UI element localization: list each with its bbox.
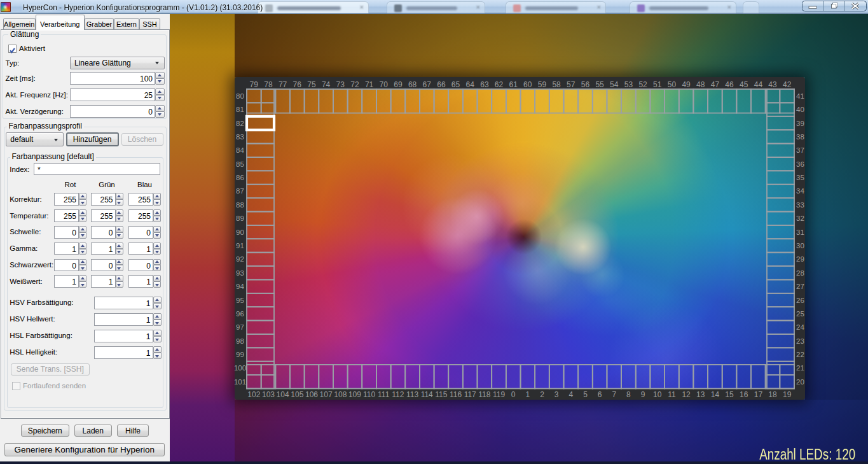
svg-text:91: 91 (236, 242, 244, 250)
svg-text:70: 70 (380, 80, 389, 89)
svg-text:44: 44 (754, 80, 763, 89)
svg-text:115: 115 (435, 390, 447, 399)
svg-text:18: 18 (768, 390, 777, 399)
svg-text:39: 39 (796, 120, 804, 127)
svg-text:12: 12 (682, 390, 691, 399)
svg-text:52: 52 (638, 80, 647, 89)
svg-text:118: 118 (478, 390, 490, 399)
svg-text:67: 67 (423, 80, 432, 89)
svg-text:84: 84 (236, 146, 244, 154)
svg-text:65: 65 (451, 80, 460, 89)
svg-text:89: 89 (236, 214, 244, 222)
svg-text:111: 111 (378, 390, 390, 399)
svg-text:59: 59 (538, 80, 547, 89)
svg-text:93: 93 (236, 269, 244, 277)
svg-text:8: 8 (626, 390, 631, 399)
svg-text:110: 110 (363, 390, 375, 399)
svg-text:29: 29 (796, 255, 804, 263)
svg-text:33: 33 (796, 201, 804, 209)
svg-text:104: 104 (277, 390, 289, 399)
svg-text:95: 95 (236, 297, 244, 304)
svg-text:42: 42 (783, 80, 792, 89)
svg-text:82: 82 (236, 120, 244, 127)
svg-text:19: 19 (783, 390, 792, 399)
svg-text:2: 2 (540, 390, 544, 399)
svg-text:107: 107 (320, 390, 333, 399)
svg-text:80: 80 (236, 92, 244, 100)
svg-text:31: 31 (796, 228, 804, 236)
svg-text:1: 1 (525, 390, 530, 399)
svg-text:68: 68 (408, 80, 417, 89)
svg-text:103: 103 (262, 390, 275, 399)
svg-text:101: 101 (234, 378, 246, 386)
svg-text:87: 87 (236, 187, 244, 195)
svg-text:3: 3 (555, 390, 559, 399)
svg-text:23: 23 (796, 337, 804, 345)
svg-text:105: 105 (291, 390, 303, 399)
svg-text:76: 76 (293, 80, 302, 89)
svg-text:50: 50 (668, 80, 677, 89)
svg-text:66: 66 (437, 80, 446, 89)
svg-text:9: 9 (641, 390, 645, 399)
svg-text:40: 40 (796, 106, 804, 113)
svg-text:55: 55 (595, 80, 604, 89)
svg-text:114: 114 (421, 390, 433, 399)
svg-text:4: 4 (568, 390, 573, 399)
svg-text:106: 106 (305, 390, 318, 399)
svg-text:27: 27 (796, 283, 804, 290)
svg-text:102: 102 (247, 390, 260, 399)
svg-text:48: 48 (696, 80, 705, 89)
svg-text:86: 86 (236, 174, 244, 181)
svg-text:7: 7 (612, 390, 616, 399)
svg-text:98: 98 (236, 337, 244, 345)
svg-text:17: 17 (754, 390, 763, 399)
svg-text:57: 57 (567, 80, 575, 89)
svg-text:35: 35 (796, 174, 804, 181)
svg-text:113: 113 (406, 390, 418, 399)
svg-text:20: 20 (796, 378, 804, 386)
svg-text:53: 53 (624, 80, 633, 89)
svg-text:46: 46 (725, 80, 734, 89)
svg-text:56: 56 (581, 80, 590, 89)
svg-text:58: 58 (552, 80, 561, 89)
svg-text:117: 117 (464, 390, 476, 399)
svg-text:30: 30 (796, 242, 804, 250)
svg-text:83: 83 (236, 133, 244, 141)
svg-text:16: 16 (740, 390, 748, 399)
svg-text:45: 45 (740, 80, 748, 89)
svg-text:88: 88 (236, 201, 244, 209)
svg-text:26: 26 (796, 297, 804, 304)
svg-text:38: 38 (796, 133, 804, 141)
svg-text:85: 85 (236, 160, 244, 168)
svg-text:73: 73 (336, 80, 345, 89)
svg-text:49: 49 (682, 80, 691, 89)
svg-text:69: 69 (394, 80, 403, 89)
svg-text:43: 43 (768, 80, 777, 89)
svg-text:37: 37 (796, 146, 804, 154)
svg-text:62: 62 (495, 80, 504, 89)
svg-text:24: 24 (796, 323, 804, 331)
svg-text:6: 6 (598, 390, 602, 399)
svg-text:90: 90 (236, 228, 244, 236)
svg-text:15: 15 (725, 390, 734, 399)
svg-text:92: 92 (236, 255, 244, 263)
svg-text:74: 74 (322, 80, 331, 89)
svg-text:97: 97 (236, 323, 244, 331)
svg-text:25: 25 (796, 310, 804, 318)
svg-text:0: 0 (511, 390, 516, 399)
svg-text:10: 10 (653, 390, 662, 399)
svg-text:5: 5 (583, 390, 588, 399)
svg-text:34: 34 (796, 187, 804, 195)
svg-text:47: 47 (711, 80, 720, 89)
svg-text:11: 11 (668, 390, 676, 399)
svg-text:72: 72 (350, 80, 359, 89)
svg-text:99: 99 (236, 351, 244, 358)
svg-text:78: 78 (264, 80, 273, 89)
svg-text:63: 63 (480, 80, 489, 89)
svg-text:14: 14 (711, 390, 720, 399)
svg-text:32: 32 (796, 214, 804, 222)
svg-text:96: 96 (236, 310, 244, 318)
svg-text:41: 41 (796, 92, 804, 100)
svg-text:75: 75 (307, 80, 316, 89)
svg-text:109: 109 (348, 390, 361, 399)
